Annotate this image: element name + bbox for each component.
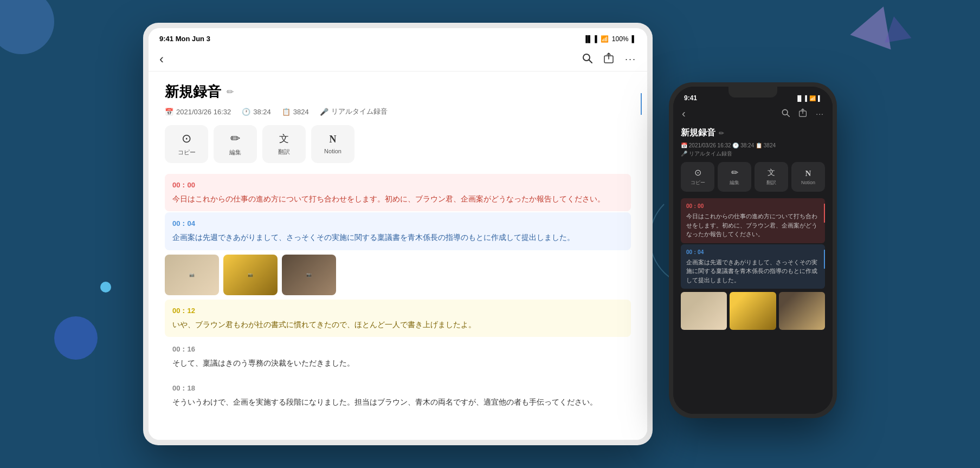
ipad-search-button[interactable] [582,53,592,66]
iphone-time: 9:41 [684,94,697,102]
ipad-copy-button[interactable]: ⊙ コピー [165,125,208,163]
ipad-segment-1: 00：00 今日はこれからの仕事の進め方について打ち合わせをします。初めに、ブラ… [165,174,631,211]
devices-container: 9:41 Mon Jun 3 ▐▌▐ 📶 100% ▌ ‹ [143,23,837,445]
ipad-back-button[interactable]: ‹ [159,51,164,67]
svg-line-1 [589,60,592,63]
ipad-time: 9:41 Mon Jun 3 [159,35,210,43]
iphone-recording-title: 新規録音 [681,127,715,139]
ipad-segment-1-time: 00：00 [172,180,623,190]
edit-icon: ✏ [230,132,240,146]
iphone-action-buttons: ⊙ コピー ✏ 編集 文 翻訳 N Notion [681,162,825,192]
ipad-segment-3: 00：12 いや、ブラウン君もわが社の書式に慣れてきたので、ほとんど一人で書き上… [165,300,631,337]
ipad-meta-mode: 🎤 リアルタイム録音 [320,107,388,116]
ipad-segment-2: 00：04 企画案は先週できあがりまして、さっそくその実施に関する稟議書を青木係… [165,212,631,250]
notion-label: Notion [324,148,341,154]
svg-point-0 [583,54,590,61]
ipad-segment-4-time: 00：16 [172,344,623,354]
iphone-edit-button[interactable]: ✏ 編集 [718,162,751,192]
iphone-translate-button[interactable]: 文 翻訳 [755,162,788,192]
ipad-meta-date: 📅 2021/03/26 16:32 [165,108,231,116]
ipad-action-buttons: ⊙ コピー ✏ 編集 文 翻訳 N Notion [165,125,631,163]
iphone-notch [728,87,777,98]
iphone-notion-icon: N [805,169,811,178]
ipad-segment-4-text: そして、稟議はきのう専務の決裁をいただきました。 [172,357,623,369]
ipad-device: 9:41 Mon Jun 3 ▐▌▐ 📶 100% ▌ ‹ [143,23,653,445]
iphone-meta-line1: 📅 2021/03/26 16:32 🕐 38:24 📋 3824 [681,141,825,150]
ipad-wifi-icon: 📶 [601,35,609,43]
iphone-more-button[interactable]: ··· [816,108,824,119]
iphone-status-right: ▐▌▐ 📶 ▌ [796,95,822,101]
ipad-screen: 9:41 Mon Jun 3 ▐▌▐ 📶 100% ▌ ‹ [149,28,647,440]
ipad-more-button[interactable]: ··· [625,54,636,65]
svg-point-3 [783,109,788,115]
iphone-device: 9:41 ▐▌▐ 📶 ▌ ‹ [669,82,837,418]
iphone-copy-label: コピー [691,179,705,186]
ipad-share-button[interactable] [603,53,614,66]
ipad-nav-actions: ··· [582,53,636,66]
iphone-back-button[interactable]: ‹ [682,107,686,120]
iphone-segment-1-text: 今日はこれからの仕事の進め方について打ち合わせをします。初めに、ブラウン君、企画… [686,212,820,239]
edit-label: 編集 [229,148,241,157]
iphone-photo-1[interactable] [681,292,727,330]
clock-icon: 🕐 [242,108,250,116]
ipad-meta-duration: 🕐 38:24 [242,108,271,116]
ipad-signal-icon: ▐▌▐ [583,35,597,43]
iphone-title-row: 新規録音 ✏ [681,127,825,139]
iphone-photo-3[interactable] [779,292,825,330]
ipad-segment-5-time: 00：18 [172,384,623,393]
iphone-blue-accent [824,250,825,269]
ipad-segment-3-time: 00：12 [172,306,623,316]
ipad-photo-1[interactable]: 📷 [165,255,219,295]
iphone-battery-icon: ▌ [818,95,822,101]
iphone-nav-actions: ··· [781,108,824,119]
calendar-icon: 📅 [165,108,173,116]
iphone-segment-1: 00：00 今日はこれからの仕事の進め方について打ち合わせをします。初めに、ブラ… [681,198,825,243]
svg-line-4 [788,114,790,116]
iphone-signal-icon: ▐▌▐ [796,95,807,101]
iphone-search-button[interactable] [781,108,790,119]
ipad-segment-4: 00：16 そして、稟議はきのう専務の決裁をいただきました。 [165,338,631,375]
ipad-translate-button[interactable]: 文 翻訳 [262,125,306,163]
iphone-photo-2[interactable] [730,292,776,330]
ipad-segment-5: 00：18 そういうわけで、企画を実施する段階になりました。担当はブラウン、青木… [165,377,631,414]
doc-icon: 📋 [282,108,291,116]
deco-triangle-2 [880,14,911,43]
ipad-segment-3-text: いや、ブラウン君もわが社の書式に慣れてきたので、ほとんど一人で書き上げましたよ。 [172,318,623,330]
iphone-share-button[interactable] [798,108,807,119]
ipad-recording-meta: 📅 2021/03/26 16:32 🕐 38:24 📋 3824 🎤 リアルタ… [165,107,631,116]
deco-triangle-1 [850,0,904,50]
translate-icon: 文 [279,132,289,145]
iphone-segment-2-time: 00：04 [686,249,820,256]
iphone-red-accent [824,204,825,223]
ipad-segment-2-text: 企画案は先週できあがりまして、さっそくその実施に関する稟議書を青木係長の指導のも… [172,231,623,243]
ipad-photo-2[interactable]: 📷 [223,255,278,295]
ipad-battery-text: 100% [612,35,629,43]
ipad-nav-bar: ‹ ··· [149,47,647,72]
iphone-edit-btn-icon: ✏ [731,167,738,178]
bg-circle-1 [0,0,54,54]
iphone-edit-icon[interactable]: ✏ [719,129,724,137]
ipad-status-bar: 9:41 Mon Jun 3 ▐▌▐ 📶 100% ▌ [149,28,647,47]
iphone-translate-label: 翻訳 [766,179,776,186]
iphone-content: 新規録音 ✏ 📅 2021/03/26 16:32 🕐 38:24 📋 3824… [673,122,833,414]
ipad-edit-button[interactable]: ✏ 編集 [214,125,257,163]
ipad-meta-count: 📋 3824 [282,108,309,116]
copy-label: コピー [178,148,196,157]
iphone-segment-1-time: 00：00 [686,203,820,210]
iphone-notion-button[interactable]: N Notion [791,162,825,192]
iphone-meta-line2: 🎤 リアルタイム録音 [681,150,825,158]
bg-circle-4 [100,282,111,292]
iphone-copy-button[interactable]: ⊙ コピー [681,162,714,192]
ipad-battery-icon: ▌ [631,35,636,43]
ipad-recording-title: 新規録音 [165,82,221,101]
bg-circle-2 [54,316,98,360]
iphone-photo-strip [681,292,825,330]
ipad-photo-3[interactable]: 📷 [282,255,336,295]
ipad-edit-icon[interactable]: ✏ [227,87,234,97]
translate-label: 翻訳 [278,148,290,156]
notion-icon: N [330,134,337,145]
ipad-cursor [641,93,642,115]
iphone-screen: 9:41 ▐▌▐ 📶 ▌ ‹ [673,87,833,414]
ipad-segment-5-text: そういうわけで、企画を実施する段階になりました。担当はブラウン、青木の両名ですが… [172,396,623,408]
ipad-notion-button[interactable]: N Notion [311,125,354,163]
